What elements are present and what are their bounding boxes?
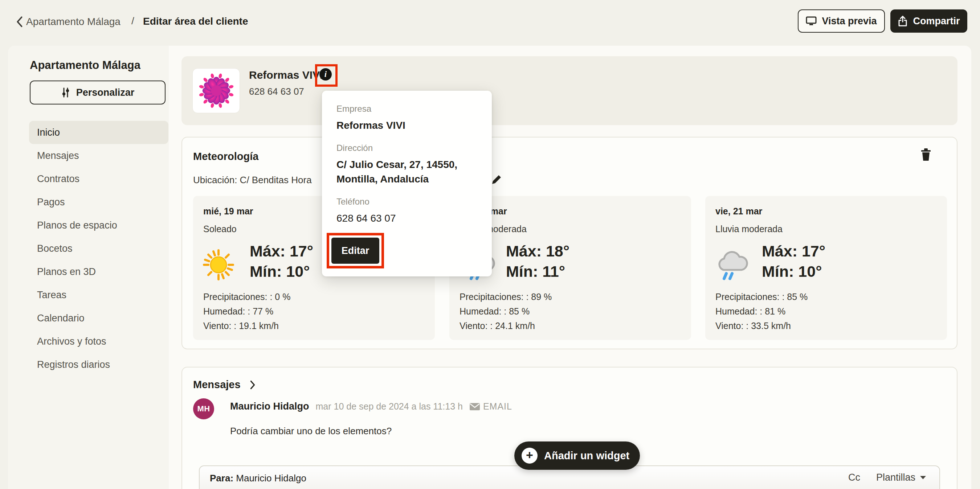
- weather-day-humidity: Humedad: : 77 %: [203, 304, 290, 319]
- add-widget-label: Añadir un widget: [544, 450, 629, 462]
- weather-day-max: Máx: 18°: [506, 241, 570, 261]
- share-icon: [897, 16, 908, 27]
- preview-button[interactable]: Vista previa: [798, 10, 885, 33]
- message-channel-label: EMAIL: [483, 401, 512, 412]
- popover-company-value: Reformas VIVI: [336, 118, 477, 133]
- trash-icon[interactable]: [920, 148, 933, 162]
- info-glyph: i: [325, 70, 327, 79]
- weather-widget: Meteorología Ubicación: C/ Benditas Hora…: [181, 137, 958, 349]
- messages-title: Mensajes: [193, 379, 241, 391]
- popover-address-line1: C/ Julio Cesar, 27, 14550,: [336, 157, 477, 172]
- compose-to-label: Para:: [210, 473, 233, 484]
- weather-day-temps: Máx: 18° Mín: 11°: [506, 241, 570, 281]
- chevron-right-icon: [249, 380, 256, 390]
- weather-title: Meteorología: [193, 151, 258, 162]
- project-title: Apartamento Málaga: [30, 59, 140, 72]
- popover-company-label: Empresa: [336, 104, 477, 114]
- weather-day-min: Mín: 10°: [250, 261, 313, 281]
- message-body: Podría cambiar uno de los elementos?: [230, 425, 391, 437]
- weather-day-max: Máx: 17°: [250, 241, 313, 261]
- company-phone: 628 64 63 07: [249, 86, 304, 97]
- weather-day-max: Máx: 17°: [762, 241, 826, 261]
- client-area-editor-page: Apartamento Málaga / Editar área del cli…: [0, 0, 980, 489]
- sidebar-item-mensajes[interactable]: Mensajes: [29, 144, 169, 167]
- sidebar-item-contratos[interactable]: Contratos: [29, 167, 169, 191]
- popover-phone-label: Teléfono: [336, 197, 477, 207]
- weather-day-details: Precipitaciones: : 89 % Humedad: : 85 % …: [460, 289, 552, 333]
- compose-actions: Cc Plantillas: [848, 472, 926, 483]
- weather-day-precipitation: Precipitaciones: : 0 %: [203, 289, 290, 304]
- weather-day-card: vie, 21 mar Lluvia moderada Máx: 17° Mín…: [705, 196, 947, 340]
- weather-day-details: Precipitaciones: : 85 % Humedad: : 81 % …: [715, 289, 808, 333]
- rain-cloud-icon: [713, 248, 749, 284]
- company-logo: [192, 68, 240, 113]
- weather-day-condition: Soleado: [203, 224, 237, 234]
- company-card: Reformas VIVI i 628 64 63 07: [181, 56, 958, 125]
- weather-day-date: vie, 21 mar: [715, 206, 762, 217]
- share-button-label: Compartir: [913, 16, 960, 27]
- chevron-left-icon: [15, 16, 24, 28]
- weather-day-min: Mín: 11°: [506, 261, 570, 281]
- sidebar-item-registros-diarios[interactable]: Registros diarios: [29, 353, 169, 376]
- sidebar-menu: Inicio Mensajes Contratos Pagos Planos d…: [29, 121, 169, 376]
- messages-header[interactable]: Mensajes: [193, 379, 256, 391]
- weather-day-temps: Máx: 17° Mín: 10°: [250, 241, 313, 281]
- popover-address-value: C/ Julio Cesar, 27, 14550, Montilla, And…: [336, 157, 477, 186]
- compose-to-field[interactable]: Para: Mauricio Hidalgo: [210, 473, 306, 484]
- cc-button[interactable]: Cc: [848, 472, 860, 483]
- weather-day-details: Precipitaciones: : 0 % Humedad: : 77 % V…: [203, 289, 290, 333]
- weather-day-wind: Viento: : 24.1 km/h: [460, 319, 552, 333]
- weather-day-wind: Viento: : 33.5 km/h: [715, 319, 808, 333]
- sidebar-item-bocetos[interactable]: Bocetos: [29, 237, 169, 260]
- sidebar-item-pagos[interactable]: Pagos: [29, 191, 169, 214]
- info-icon[interactable]: i: [320, 68, 332, 81]
- popover-address-label: Dirección: [336, 143, 477, 153]
- weather-day-humidity: Humedad: : 81 %: [715, 304, 808, 319]
- weather-day-temps: Máx: 17° Mín: 10°: [762, 241, 826, 281]
- pencil-icon[interactable]: [491, 174, 504, 187]
- plus-circle-icon: +: [522, 448, 538, 464]
- message-author: Mauricio Hidalgo: [230, 401, 309, 412]
- sliders-icon: [61, 87, 70, 98]
- sidebar-item-planos-de-espacio[interactable]: Planos de espacio: [29, 214, 169, 237]
- sidebar-item-inicio[interactable]: Inicio: [29, 121, 169, 144]
- avatar: MH: [193, 398, 214, 419]
- message-channel-badge: EMAIL: [469, 401, 512, 412]
- sidebar-item-calendario[interactable]: Calendario: [29, 306, 169, 330]
- breadcrumb-separator: /: [131, 15, 134, 27]
- customize-button-label: Personalizar: [76, 87, 135, 98]
- weather-day-precipitation: Precipitaciones: : 89 %: [460, 289, 552, 304]
- popover-address-line2: Montilla, Andalucía: [336, 172, 477, 186]
- weather-day-wind: Viento: : 19.1 km/h: [203, 319, 290, 333]
- sidebar-item-archivos-y-fotos[interactable]: Archivos y fotos: [29, 330, 169, 353]
- add-widget-button[interactable]: + Añadir un widget: [514, 441, 640, 470]
- avatar-initials: MH: [197, 404, 210, 414]
- customize-button[interactable]: Personalizar: [30, 81, 165, 105]
- company-name: Reformas VIVI: [249, 69, 323, 81]
- sidebar-item-tareas[interactable]: Tareas: [29, 283, 169, 306]
- company-info-popover: Empresa Reformas VIVI Dirección C/ Julio…: [322, 91, 492, 276]
- preview-button-label: Vista previa: [822, 16, 877, 27]
- caret-down-icon: [920, 476, 926, 479]
- envelope-icon: [469, 403, 480, 411]
- weather-day-condition: Lluvia moderada: [715, 224, 783, 234]
- popover-phone-value: 628 64 63 07: [336, 211, 477, 225]
- sidebar: Apartamento Málaga Personalizar Inicio M…: [8, 46, 169, 489]
- message-meta: Mauricio Hidalgo mar 10 de sep de 2024 a…: [230, 401, 512, 412]
- sidebar-item-planos-en-3d[interactable]: Planos en 3D: [29, 260, 169, 283]
- weather-location: Ubicación: C/ Benditas Hora: [193, 175, 312, 186]
- breadcrumb-parent[interactable]: Apartamento Málaga: [26, 16, 121, 28]
- templates-dropdown[interactable]: Plantillas: [876, 472, 926, 483]
- compose-to-value: Mauricio Hidalgo: [236, 473, 306, 484]
- weather-day-precipitation: Precipitaciones: : 85 %: [715, 289, 808, 304]
- templates-label: Plantillas: [876, 472, 915, 483]
- top-bar: Apartamento Málaga / Editar área del cli…: [0, 0, 980, 46]
- flower-logo-icon: [199, 73, 234, 108]
- edit-button[interactable]: Editar: [331, 238, 379, 264]
- back-button[interactable]: [12, 14, 27, 29]
- breadcrumb-current: Editar área del cliente: [143, 16, 248, 27]
- sun-icon: [201, 248, 237, 284]
- message-timestamp: mar 10 de sep de 2024 a las 11:13 h: [316, 401, 463, 412]
- weather-day-date: mié, 19 mar: [203, 206, 253, 217]
- share-button[interactable]: Compartir: [890, 10, 967, 33]
